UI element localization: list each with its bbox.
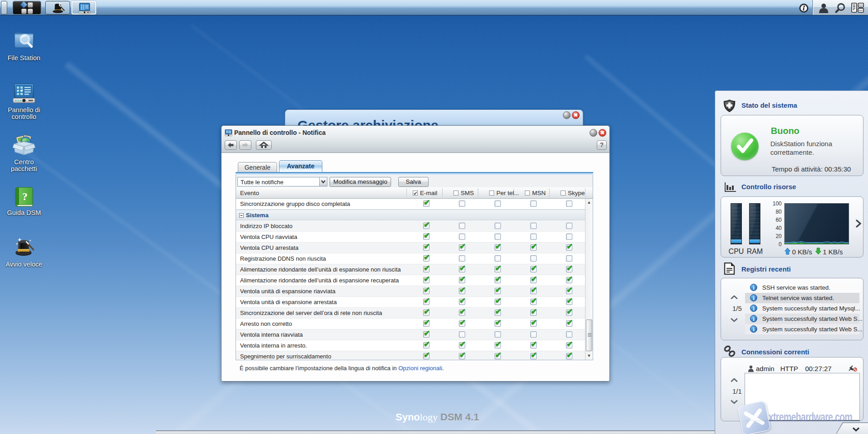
svg-text:?: ? — [22, 191, 28, 202]
